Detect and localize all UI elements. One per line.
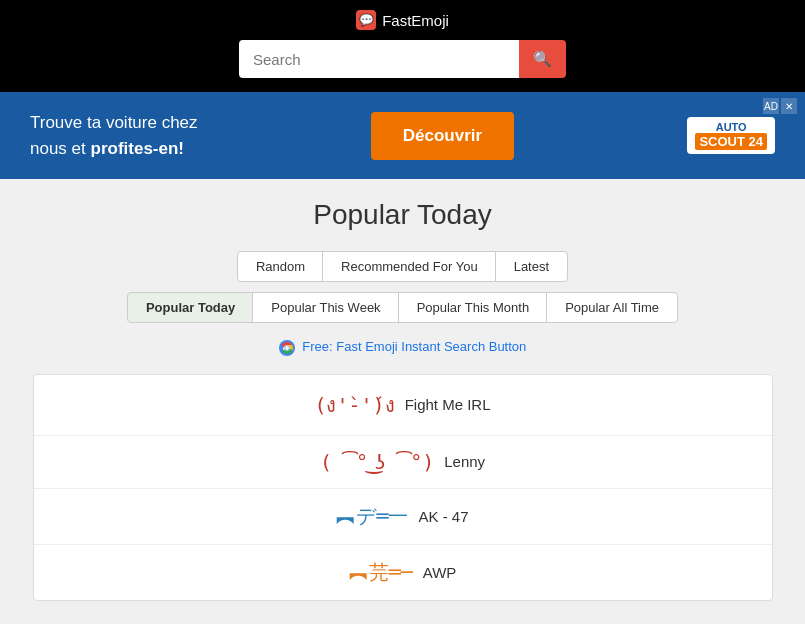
tab-popular-month[interactable]: Popular This Month	[398, 292, 549, 323]
emoji-kaomoji: ︻デ═一	[336, 503, 408, 530]
main-content: Popular Today Random Recommended For You…	[23, 179, 783, 621]
emoji-name: Lenny	[444, 453, 485, 470]
search-button[interactable]: 🔍	[519, 40, 566, 78]
emoji-item[interactable]: (ง'̀-'́)ง Fight Me IRL	[34, 375, 772, 436]
emoji-item[interactable]: ( ͡° ͜ʖ ͡°) Lenny	[34, 436, 772, 489]
ad-logo: AUTO SCOUT 24	[687, 117, 775, 154]
emoji-name: AK - 47	[419, 508, 469, 525]
tab-recommended[interactable]: Recommended For You	[322, 251, 497, 282]
ad-logo-auto-text: AUTO	[716, 121, 747, 133]
emoji-kaomoji: ︻芫═─	[349, 559, 413, 586]
ad-info-button[interactable]: AD	[763, 98, 779, 114]
ad-close-button[interactable]: ✕	[781, 98, 797, 114]
site-title: 💬 FastEmoji	[0, 10, 805, 30]
ad-logo-scout-text: SCOUT 24	[695, 133, 767, 150]
emoji-name: AWP	[423, 564, 457, 581]
emoji-item[interactable]: ︻デ═一 AK - 47	[34, 489, 772, 545]
tab-popular-alltime[interactable]: Popular All Time	[546, 292, 678, 323]
emoji-list: (ง'̀-'́)ง Fight Me IRL ( ͡° ͜ʖ ͡°) Lenny…	[33, 374, 773, 601]
site-name: FastEmoji	[382, 12, 449, 29]
tab-random[interactable]: Random	[237, 251, 324, 282]
emoji-name: Fight Me IRL	[405, 396, 491, 413]
chrome-link-text[interactable]: Free: Fast Emoji Instant Search Button	[302, 339, 526, 354]
ad-discover-button[interactable]: Découvrir	[371, 112, 514, 160]
emoji-item[interactable]: ︻芫═─ AWP	[34, 545, 772, 600]
tab-latest[interactable]: Latest	[495, 251, 568, 282]
tab-popular-week[interactable]: Popular This Week	[252, 292, 399, 323]
ad-text: Trouve ta voiture chez nous et profites-…	[30, 110, 198, 161]
page-title: Popular Today	[33, 199, 773, 231]
chrome-icon	[279, 340, 295, 356]
tabs-row-1: Random Recommended For You Latest	[33, 251, 773, 282]
search-bar: 🔍	[0, 40, 805, 78]
chrome-extension-link: Free: Fast Emoji Instant Search Button	[33, 339, 773, 356]
svg-point-3	[285, 346, 289, 350]
ad-banner: AD ✕ Trouve ta voiture chez nous et prof…	[0, 92, 805, 179]
emoji-kaomoji: ( ͡° ͜ʖ ͡°)	[320, 450, 434, 474]
emoji-kaomoji: (ง'̀-'́)ง	[314, 389, 394, 421]
site-logo-icon: 💬	[356, 10, 376, 30]
ad-controls: AD ✕	[763, 98, 797, 114]
tabs-row-2: Popular Today Popular This Week Popular …	[33, 292, 773, 323]
tab-popular-today[interactable]: Popular Today	[127, 292, 254, 323]
search-input[interactable]	[239, 40, 519, 78]
header: 💬 FastEmoji 🔍	[0, 0, 805, 92]
